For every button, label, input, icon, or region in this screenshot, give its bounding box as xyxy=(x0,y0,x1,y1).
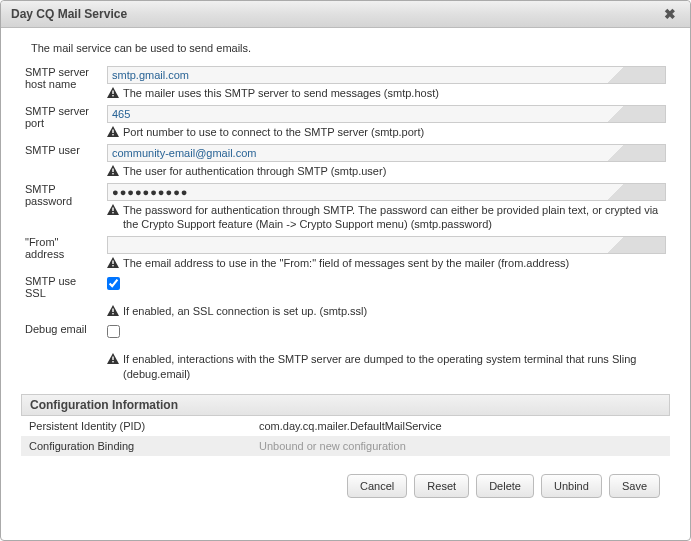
svg-rect-6 xyxy=(112,207,113,211)
close-icon[interactable]: ✖ xyxy=(660,6,680,22)
label-smtp-ssl: SMTP use SSL xyxy=(21,273,103,321)
svg-rect-4 xyxy=(112,168,113,172)
hint-text: If enabled, an SSL connection is set up.… xyxy=(123,304,367,319)
reset-button[interactable]: Reset xyxy=(414,474,469,498)
svg-rect-9 xyxy=(112,265,113,266)
hint-text: The password for authentication through … xyxy=(123,203,666,233)
label-smtp-user: SMTP user xyxy=(21,142,103,181)
hint-text: The email address to use in the "From:" … xyxy=(123,256,569,271)
hint-text: The mailer uses this SMTP server to send… xyxy=(123,86,439,101)
pid-label: Persistent Identity (PID) xyxy=(21,416,251,436)
svg-rect-1 xyxy=(112,95,113,96)
svg-rect-5 xyxy=(112,173,113,174)
svg-rect-11 xyxy=(112,313,113,314)
binding-label: Configuration Binding xyxy=(21,436,251,456)
warning-icon xyxy=(107,353,119,364)
hint-smtp-host: The mailer uses this SMTP server to send… xyxy=(107,86,666,101)
warning-icon xyxy=(107,305,119,316)
config-info-table: Persistent Identity (PID) com.day.cq.mai… xyxy=(21,416,670,456)
hint-text: If enabled, interactions with the SMTP s… xyxy=(123,352,666,382)
cancel-button[interactable]: Cancel xyxy=(347,474,407,498)
warning-icon xyxy=(107,257,119,268)
hint-smtp-password: The password for authentication through … xyxy=(107,203,666,233)
unbind-button[interactable]: Unbind xyxy=(541,474,602,498)
save-button[interactable]: Save xyxy=(609,474,660,498)
input-smtp-password[interactable] xyxy=(107,183,666,201)
warning-icon xyxy=(107,87,119,98)
svg-rect-3 xyxy=(112,134,113,135)
delete-button[interactable]: Delete xyxy=(476,474,534,498)
svg-rect-0 xyxy=(112,91,113,95)
button-bar: Cancel Reset Delete Unbind Save xyxy=(21,474,670,498)
label-debug-email: Debug email xyxy=(21,321,103,384)
label-smtp-password: SMTP password xyxy=(21,181,103,235)
pid-value: com.day.cq.mailer.DefaultMailService xyxy=(251,416,670,436)
config-info-header: Configuration Information xyxy=(21,394,670,416)
input-smtp-host[interactable] xyxy=(107,66,666,84)
input-from-address[interactable] xyxy=(107,236,666,254)
config-dialog: Day CQ Mail Service ✖ The mail service c… xyxy=(0,0,691,541)
hint-text: Port number to use to connect to the SMT… xyxy=(123,125,424,140)
dialog-titlebar: Day CQ Mail Service ✖ xyxy=(1,1,690,28)
dialog-body: The mail service can be used to send ema… xyxy=(1,28,690,530)
input-smtp-port[interactable] xyxy=(107,105,666,123)
input-smtp-user[interactable] xyxy=(107,144,666,162)
dialog-title: Day CQ Mail Service xyxy=(11,7,127,21)
svg-rect-12 xyxy=(112,356,113,360)
binding-value: Unbound or new configuration xyxy=(251,436,670,456)
hint-smtp-ssl: If enabled, an SSL connection is set up.… xyxy=(107,304,666,319)
hint-smtp-port: Port number to use to connect to the SMT… xyxy=(107,125,666,140)
config-form: SMTP server host name The mailer uses th… xyxy=(21,64,670,384)
label-smtp-port: SMTP server port xyxy=(21,103,103,142)
dialog-description: The mail service can be used to send ema… xyxy=(31,42,670,54)
warning-icon xyxy=(107,204,119,215)
hint-text: The user for authentication through SMTP… xyxy=(123,164,386,179)
checkbox-debug-email[interactable] xyxy=(107,325,120,338)
warning-icon xyxy=(107,165,119,176)
svg-rect-13 xyxy=(112,361,113,362)
svg-rect-10 xyxy=(112,309,113,313)
checkbox-smtp-ssl[interactable] xyxy=(107,277,120,290)
label-from-address: "From" address xyxy=(21,234,103,273)
warning-icon xyxy=(107,126,119,137)
svg-rect-8 xyxy=(112,261,113,265)
svg-rect-2 xyxy=(112,129,113,133)
label-smtp-host: SMTP server host name xyxy=(21,64,103,103)
svg-rect-7 xyxy=(112,212,113,213)
hint-from-address: The email address to use in the "From:" … xyxy=(107,256,666,271)
hint-smtp-user: The user for authentication through SMTP… xyxy=(107,164,666,179)
hint-debug-email: If enabled, interactions with the SMTP s… xyxy=(107,352,666,382)
